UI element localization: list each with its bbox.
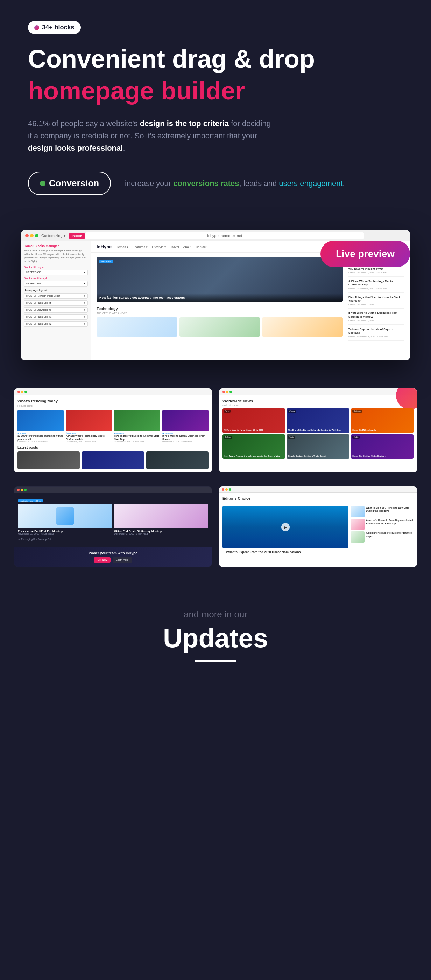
dark-product-2: Office Pad Basic Stationery Mockup Decem… bbox=[114, 504, 208, 535]
hero-title-line2: homepage builder bbox=[28, 76, 403, 106]
dark-cta-btn2[interactable]: Learn More bbox=[113, 557, 132, 563]
recent-item-4: If You Were to Start a Business From Scr… bbox=[349, 311, 404, 325]
dark-brand-tag: inspiration from InHype bbox=[18, 500, 43, 502]
sidebar-pasta-dropdown2[interactable]: [POSTS] Pasta Grid #1 ▾ bbox=[24, 314, 88, 320]
dark-product-title-1: Perspective Pad iPad Pro Mockup bbox=[18, 530, 112, 533]
recent-item-3: Five Things You Need to Know to Start Yo… bbox=[349, 296, 404, 309]
conversion-badge: Conversion bbox=[28, 172, 111, 195]
news-title-1: All You Need to Know About 5G in 2020 bbox=[224, 429, 284, 431]
bottom-dark-item: inspiration from InHype Perspective Pad … bbox=[14, 487, 212, 567]
dot-red-2 bbox=[222, 391, 225, 393]
hero-description: 46.1% of people say a website's design i… bbox=[28, 117, 273, 154]
sidebar-fullwidth-dropdown[interactable]: [POSTS] Fullwidth Posts Slider ▾ bbox=[24, 293, 88, 299]
news-item-2: Culture The End of the Bonus Culture Is … bbox=[287, 408, 349, 433]
bottom-white-item: Editor's Choice ▶ What to Expect From th… bbox=[219, 487, 417, 567]
recent-item-2: A Place Where Technology Meets Craftsman… bbox=[349, 280, 404, 293]
worldwide-sub: world.site.news bbox=[222, 404, 414, 406]
editors-side-text-1: What to Do If You Forgot to Buy Gifts Du… bbox=[366, 506, 414, 512]
conversion-text: increase your conversions rates, leads a… bbox=[125, 177, 345, 189]
gallery-dots-2 bbox=[222, 391, 232, 393]
site-nav-links: Demos ▾ Features ▾ Lifestyle ▾ Travel Ab… bbox=[116, 245, 206, 249]
nav-about[interactable]: About bbox=[183, 245, 192, 249]
sidebar-title-dropdown[interactable]: UPPERCASE ▾ bbox=[24, 270, 88, 275]
editors-side-text-3: A beginner's guide to customer journey m… bbox=[366, 531, 414, 538]
featured-title: How fashion startups get accepted into t… bbox=[99, 296, 340, 299]
dark-product-area: Perspective Pad iPad Pro Mockup November… bbox=[18, 504, 208, 535]
nav-demos[interactable]: Demos ▾ bbox=[116, 245, 128, 249]
editors-play-icon[interactable]: ▶ bbox=[281, 523, 290, 531]
news-tag-2: Culture bbox=[288, 410, 296, 413]
trending-card-1: ✈ Travel 12 ways to trend more sustainab… bbox=[17, 410, 64, 443]
news-title-2: The End of the Bonus Culture Is Coming t… bbox=[288, 429, 348, 431]
nav-contact[interactable]: Contact bbox=[196, 245, 206, 249]
nav-travel[interactable]: Travel bbox=[170, 245, 179, 249]
trending-tag-3: ◈ Markers bbox=[114, 432, 160, 434]
sidebar-blocks-subtitle-style: Blocks subtitle style bbox=[24, 277, 88, 280]
white-dot-yellow bbox=[225, 488, 228, 491]
news-title-5: Simple Design: Getting a Trade Secret bbox=[288, 455, 348, 457]
dark-cta-text: Power your team with InHype bbox=[19, 551, 208, 555]
browser-tab-customizing: Customizing ▾ bbox=[41, 234, 66, 238]
sidebar-showcase-dropdown[interactable]: [POSTS] Showcase #5 ▾ bbox=[24, 307, 88, 313]
featured-title-overlay: How fashion startups get accepted into t… bbox=[97, 293, 343, 302]
trending-card-title-2: A Place Where Technology Meets Craftsman… bbox=[66, 434, 112, 441]
sidebar-pasta-dropdown3[interactable]: [POSTS] Pasta Grid #2 ▾ bbox=[24, 321, 88, 327]
updates-divider bbox=[195, 660, 236, 662]
tech-subtitle: TOP OF THE WEEK NEWS bbox=[97, 312, 343, 315]
latest-item-1 bbox=[17, 452, 80, 469]
trending-card-meta-1: December 3, 2019 · 5 mins read bbox=[17, 441, 64, 443]
editors-sidebar: What to Do If You Forgot to Buy Gifts Du… bbox=[350, 506, 414, 556]
browser-url-bar[interactable]: inhype.themerex.net bbox=[86, 232, 364, 239]
editors-main: ▶ What to Expect From the 2020 Oscar Nom… bbox=[222, 506, 349, 556]
news-tag-4: Politics bbox=[224, 436, 232, 439]
browser-top-bar: Customizing ▾ Publish inhype.themerex.ne… bbox=[21, 230, 410, 241]
dark-product-1: Perspective Pad iPad Pro Mockup November… bbox=[18, 504, 112, 535]
editors-thumb-2 bbox=[350, 519, 364, 530]
dark-product-3-label: sd Packaging Box Mockup Set bbox=[18, 538, 208, 541]
tech-item-3 bbox=[262, 317, 343, 337]
white-nav-dots bbox=[222, 488, 231, 491]
sidebar-description: Here you can manage your homepage layout… bbox=[24, 249, 88, 262]
b-dot-red bbox=[17, 488, 20, 491]
trending-img-1 bbox=[17, 410, 64, 431]
tech-section-title: Technology bbox=[97, 307, 343, 311]
sidebar-pasta-dropdown1[interactable]: [POSTS] Pasta Grid #5 ▾ bbox=[24, 300, 88, 306]
featured-tag: Business bbox=[99, 259, 113, 263]
live-preview-button[interactable]: Live preview bbox=[320, 240, 410, 267]
dark-product-img-2 bbox=[114, 504, 208, 528]
site-sidebar: Recent 12 ways to travel more sustainabl… bbox=[349, 257, 404, 344]
trending-card-meta-3: December 3, 2019 · 5 mins read bbox=[114, 441, 160, 443]
tech-item-2 bbox=[179, 317, 260, 337]
white-dot-green bbox=[229, 488, 231, 491]
badge-dot-icon bbox=[34, 25, 39, 30]
publish-button[interactable]: Publish bbox=[68, 233, 86, 239]
nav-lifestyle[interactable]: Lifestyle ▾ bbox=[152, 245, 166, 249]
editors-grid: ▶ What to Expect From the 2020 Oscar Nom… bbox=[219, 506, 417, 556]
conversion-label: Conversion bbox=[49, 178, 99, 189]
gallery-section: What's trending today Popular posts ✈ Tr… bbox=[0, 382, 431, 487]
news-title-3: China Biz Million London bbox=[352, 429, 412, 431]
browser-max-dot bbox=[35, 234, 38, 237]
trending-img-4 bbox=[162, 410, 209, 431]
dark-cta-btn1[interactable]: Get Now bbox=[94, 557, 110, 563]
trending-tag-4: ◉ Business bbox=[162, 432, 209, 434]
sidebar-homepage-layout-label: Homepage layout bbox=[24, 289, 88, 292]
news-item-3: Business China Biz Million London bbox=[351, 408, 414, 433]
sidebar-blocks-title-style: Blocks title style bbox=[24, 266, 88, 269]
hero-title-line1: Convenient drag & drop bbox=[28, 45, 403, 73]
latest-label: Latest posts bbox=[17, 445, 209, 449]
worldwide-title: Worldwide News bbox=[222, 399, 414, 403]
gallery-nav-1 bbox=[14, 388, 212, 395]
sidebar-subtitle-dropdown[interactable]: UPPERCASE ▾ bbox=[24, 281, 88, 286]
trending-img-3 bbox=[114, 410, 160, 431]
recent-item-5: Talisker Bay on the Isle of Skye in Scot… bbox=[349, 328, 404, 341]
editors-side-1: What to Do If You Forgot to Buy Gifts Du… bbox=[350, 506, 414, 517]
trending-grid: ✈ Travel 12 ways to trend more sustainab… bbox=[17, 410, 209, 443]
trending-tag-1: ✈ Travel bbox=[17, 432, 64, 434]
news-grid-top: Tech All You Need to Know About 5G in 20… bbox=[222, 408, 414, 433]
browser-close-dot bbox=[25, 234, 29, 237]
trending-card-meta-2: December 5, 2019 · 4 mins read bbox=[66, 441, 112, 443]
nav-features[interactable]: Features ▾ bbox=[133, 245, 147, 249]
tech-item-1 bbox=[97, 317, 177, 337]
tech-grid bbox=[97, 317, 343, 337]
